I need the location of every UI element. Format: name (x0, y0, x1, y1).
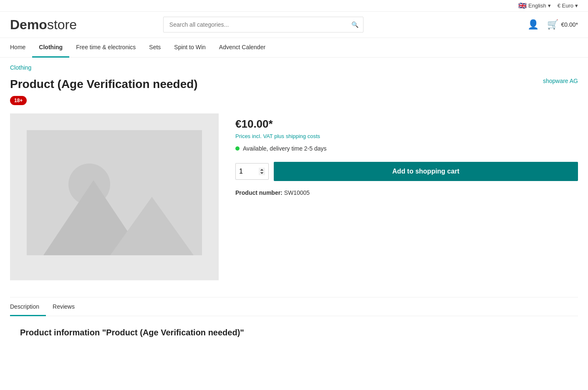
tabs-section: Description Reviews Product information … (10, 297, 578, 337)
currency-label: € Euro (558, 3, 573, 9)
product-image-placeholder (10, 113, 219, 280)
user-icon: 👤 (527, 19, 539, 30)
product-number-value: SW10005 (284, 189, 310, 196)
availability-text: Available, delivery time 2-5 days (243, 145, 327, 152)
search-container: 🔍 (163, 17, 363, 33)
search-input[interactable] (163, 17, 363, 33)
language-label: English (528, 3, 546, 9)
header-icons: 👤 🛒 €0.00* (527, 19, 578, 30)
age-badge: 18+ (10, 96, 27, 105)
nav-item-home[interactable]: Home (10, 38, 32, 58)
nav-item-free-time[interactable]: Free time & electronics (69, 38, 142, 58)
logo[interactable]: Demostore (10, 17, 77, 33)
nav-item-sets[interactable]: Sets (142, 38, 167, 58)
search-icon[interactable]: 🔍 (351, 21, 358, 28)
breadcrumb-clothing[interactable]: Clothing (10, 64, 31, 71)
tab-content-title: Product information "Product (Age Verifi… (10, 326, 578, 337)
cart-icon: 🛒 (547, 19, 558, 30)
flag-icon: 🇬🇧 (518, 2, 527, 10)
language-selector[interactable]: 🇬🇧 English ▾ (518, 2, 551, 10)
price-note[interactable]: Prices incl. VAT plus shipping costs (235, 133, 578, 139)
nav-item-clothing[interactable]: Clothing (32, 38, 69, 58)
tab-description[interactable]: Description (10, 297, 46, 316)
tab-reviews[interactable]: Reviews (46, 297, 81, 316)
product-header: Product (Age Verification needed) shopwa… (10, 78, 578, 91)
product-details: €10.00* Prices incl. VAT plus shipping c… (235, 113, 578, 280)
breadcrumb: Clothing (0, 58, 588, 74)
image-mountain-right-decoration (110, 197, 194, 255)
currency-chevron-icon: ▾ (575, 3, 578, 9)
tabs-nav: Description Reviews (10, 297, 578, 316)
cart-amount: €0.00* (561, 21, 578, 28)
product-title: Product (Age Verification needed) (10, 78, 198, 91)
product-price: €10.00* (235, 118, 578, 131)
logo-bold: Demo (10, 17, 47, 32)
quantity-input[interactable] (235, 163, 269, 180)
product-image-container (10, 113, 219, 280)
product-layout: €10.00* Prices incl. VAT plus shipping c… (10, 113, 578, 280)
manufacturer-link[interactable]: shopware AG (543, 78, 578, 84)
logo-rest: store (47, 17, 77, 32)
availability-dot (235, 146, 240, 151)
add-to-cart-button[interactable]: Add to shopping cart (274, 162, 578, 181)
header: Demostore 🔍 👤 🛒 €0.00* (0, 12, 588, 38)
currency-selector[interactable]: € Euro ▾ (558, 3, 578, 9)
main-nav: Home Clothing Free time & electronics Se… (0, 38, 588, 58)
top-bar: 🇬🇧 English ▾ € Euro ▾ (0, 0, 588, 12)
nav-item-spint-to-win[interactable]: Spint to Win (167, 38, 212, 58)
account-button[interactable]: 👤 (527, 19, 539, 30)
add-to-cart-row: Add to shopping cart (235, 162, 578, 181)
language-chevron-icon: ▾ (548, 3, 551, 9)
product-page: Product (Age Verification needed) shopwa… (0, 74, 588, 347)
nav-item-advenct-calender[interactable]: Advenct Calender (212, 38, 272, 58)
product-number: Product number: SW10005 (235, 189, 578, 196)
product-number-label: Product number: (235, 189, 283, 196)
cart-button[interactable]: 🛒 €0.00* (547, 19, 578, 30)
availability: Available, delivery time 2-5 days (235, 145, 578, 152)
